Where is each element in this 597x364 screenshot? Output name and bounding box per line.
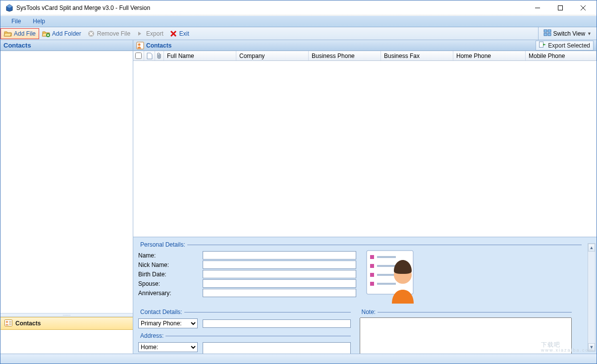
grid-header: Full Name Company Business Phone Busines… [133,51,597,61]
add-folder-button[interactable]: Add Folder [39,28,84,40]
contacts-grid-section: Contacts Export Selected Full Name Compa… [133,40,597,237]
contacts-header-icon [136,42,144,50]
maximize-button[interactable] [549,0,572,15]
svg-rect-29 [370,255,374,259]
grid-col-attachment-icon[interactable] [155,51,164,60]
minimize-button[interactable] [526,0,549,15]
phone-field[interactable] [203,319,351,328]
grid-col-company[interactable]: Company [236,51,309,60]
exit-icon [169,30,177,38]
switch-view-icon [543,29,551,38]
svg-rect-26 [540,42,543,48]
nickname-field[interactable] [203,260,356,269]
personal-details-group: Personal Details: Name: Nick Name: Birth… [138,241,582,305]
grid-body[interactable] [133,61,597,237]
titlebar: SysTools vCard Split and Merge v3.0 - Fu… [0,0,597,15]
folder-add-icon [42,30,50,38]
add-file-label: Add File [14,30,36,37]
note-group: Note: [360,309,572,354]
grid-col-home-phone[interactable]: Home Phone [453,51,526,60]
nav-contacts-button[interactable]: Contacts [0,317,133,330]
svg-rect-32 [370,282,374,286]
contact-image [366,250,414,305]
export-button[interactable]: Export [133,28,166,40]
paperclip-icon [157,52,162,59]
svg-rect-31 [370,273,374,277]
spouse-field[interactable] [203,279,356,288]
export-selected-button[interactable]: Export Selected [536,41,594,51]
address-type-select[interactable]: Home: [138,342,198,352]
nav-list-area[interactable] [0,330,133,354]
menu-file[interactable]: File [5,17,27,26]
contacts-header: Contacts Export Selected [133,40,597,51]
scroll-up-icon[interactable]: ▲ [588,244,595,252]
spouse-label: Spouse: [138,280,203,287]
main-body: Contacts ∙∙∙∙∙∙∙ Contacts Contacts Expor… [0,40,597,354]
left-panel: Contacts ∙∙∙∙∙∙∙ Contacts [0,40,133,354]
contact-details-group: Contact Details: Primary Phone: [138,309,351,329]
menubar: File Help [0,15,597,27]
nav-contacts-label: Contacts [15,320,41,327]
add-folder-label: Add Folder [52,30,81,37]
nickname-label: Nick Name: [138,261,203,268]
switch-view-button[interactable]: Switch View ▼ [538,27,597,40]
svg-point-20 [6,320,8,323]
export-selected-label: Export Selected [548,42,590,49]
name-field[interactable] [203,251,356,260]
svg-rect-16 [548,30,551,32]
add-file-button[interactable]: Add File [0,28,39,39]
birthdate-field[interactable] [203,270,356,278]
window-title: SysTools vCard Split and Merge v3.0 - Fu… [16,4,150,11]
exit-label: Exit [179,30,189,37]
address-group: Address: Home: [138,332,351,354]
grid-col-checkbox[interactable] [133,51,144,60]
export-label: Export [146,30,163,37]
remove-file-label: Remove File [97,30,130,37]
select-all-checkbox[interactable] [135,52,142,59]
splitter-grip[interactable]: ∙∙∙∙∙∙∙ [0,313,133,317]
svg-rect-3 [558,5,563,10]
remove-file-button[interactable]: Remove File [84,28,133,40]
folder-open-icon [4,30,12,38]
details-pane: ▲ ▼ Personal Details: Name: Nick Name: B… [133,237,597,354]
contact-details-legend: Contact Details: [138,309,184,315]
menu-help[interactable]: Help [27,17,51,26]
page-icon [147,52,153,59]
grid-col-business-fax[interactable]: Business Fax [381,51,453,60]
grid-col-page-icon[interactable] [144,51,155,60]
app-icon [5,4,13,12]
grid-col-business-phone[interactable]: Business Phone [309,51,381,60]
address-legend: Address: [138,332,165,339]
anniversary-label: Anniversary: [138,290,203,297]
svg-point-25 [138,43,141,46]
svg-rect-15 [544,30,547,32]
exit-button[interactable]: Exit [166,28,192,40]
svg-marker-12 [138,32,141,36]
grid-col-fullname[interactable]: Full Name [164,51,236,60]
app-window: SysTools vCard Split and Merge v3.0 - Fu… [0,0,597,364]
note-field[interactable] [360,317,572,354]
svg-rect-18 [548,33,551,36]
contacts-header-title: Contacts [146,42,171,49]
grid-col-mobile-phone[interactable]: Mobile Phone [526,51,597,60]
address-field[interactable] [203,342,351,354]
anniversary-field[interactable] [203,289,356,297]
toolbar: Add File Add Folder Remove File Export E… [0,27,597,40]
name-label: Name: [138,252,203,259]
left-panel-header: Contacts [0,40,133,51]
export-selected-icon [539,42,546,49]
contact-card-icon [4,319,12,328]
tree-view[interactable] [0,51,133,313]
close-button[interactable] [572,0,595,15]
statusbar [0,354,597,364]
phone-type-select[interactable]: Primary Phone: [138,318,198,328]
details-scrollbar[interactable]: ▲ ▼ [588,243,596,352]
birthdate-label: Birth Date: [138,271,203,278]
note-legend: Note: [360,309,378,315]
dropdown-caret-icon: ▼ [587,31,592,36]
svg-rect-17 [544,33,547,36]
scroll-down-icon[interactable]: ▼ [588,343,595,351]
remove-icon [87,30,95,38]
svg-rect-30 [370,264,374,268]
export-icon [136,30,144,38]
